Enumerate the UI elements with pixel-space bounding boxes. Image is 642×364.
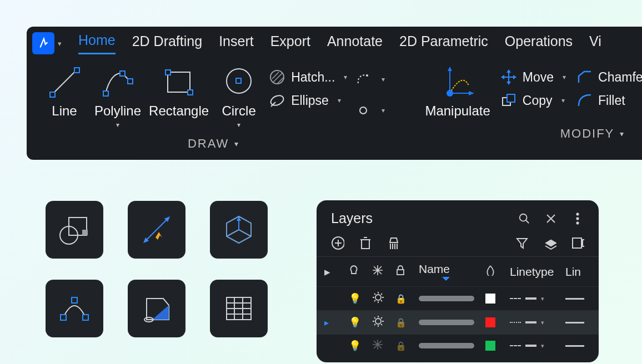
freeze-icon[interactable] <box>372 339 395 352</box>
svg-rect-1 <box>50 92 55 97</box>
section-label-draw[interactable]: DRAW ▾ <box>42 129 385 152</box>
chevron-down-icon[interactable]: ▾ <box>237 121 240 129</box>
tool-point[interactable]: ▾ <box>355 102 385 119</box>
chevron-down-icon[interactable]: ▾ <box>344 73 347 81</box>
layer-name-placeholder <box>419 296 474 301</box>
lineweight-cell[interactable] <box>565 345 584 347</box>
tool-label: Polyline <box>94 103 141 119</box>
linetype-cell[interactable]: ▾ <box>510 319 565 326</box>
sun-icon[interactable] <box>372 291 395 306</box>
tool-chamfer[interactable]: Chamfer <box>576 69 642 85</box>
layer-row[interactable]: ▸ 💡 🔒 ▾ <box>317 310 599 334</box>
chevron-down-icon[interactable]: ▾ <box>561 97 565 104</box>
tool-label: Copy <box>523 93 553 108</box>
section-label-modify[interactable]: MODIFY ▾ <box>425 119 642 142</box>
svg-rect-27 <box>72 297 77 303</box>
layer-name-placeholder <box>419 343 474 348</box>
bulb-icon[interactable]: 💡 <box>349 340 372 352</box>
svg-point-54 <box>375 318 381 324</box>
layer-row[interactable]: 💡 🔒 ▾ <box>317 334 599 357</box>
menu-tab-operations[interactable]: Operations <box>505 33 573 54</box>
app-menu[interactable]: ▾ <box>32 32 62 54</box>
menu-tab-view[interactable]: Vi <box>589 33 601 54</box>
svg-point-14 <box>360 107 367 114</box>
chevron-down-icon[interactable]: ▾ <box>116 121 119 129</box>
lock-header-icon[interactable] <box>395 265 419 279</box>
filter-icon[interactable] <box>515 236 529 250</box>
tool-manipulate[interactable]: Manipulate <box>425 64 490 119</box>
linetype-cell[interactable]: ▾ <box>510 295 565 302</box>
svg-rect-10 <box>236 78 241 83</box>
svg-rect-19 <box>507 94 515 102</box>
layers-panel: Layers ▸ Name Linetype Lin 💡 🔒 <box>317 200 599 362</box>
delete-icon[interactable] <box>359 236 372 250</box>
tool-ellipse[interactable]: Ellipse ▾ <box>269 92 347 109</box>
shape-combine-icon[interactable] <box>46 201 103 259</box>
search-icon[interactable] <box>518 212 531 225</box>
bulb-icon[interactable]: 💡 <box>349 316 372 328</box>
menu-tab-insert[interactable]: Insert <box>219 33 254 54</box>
chevron-down-icon[interactable]: ▾ <box>563 73 566 81</box>
bulb-icon[interactable]: 💡 <box>349 292 372 305</box>
lineweight-cell[interactable] <box>565 322 584 323</box>
column-name[interactable]: Name <box>419 262 485 281</box>
cube-3d-icon[interactable] <box>210 201 268 259</box>
sort-indicator-icon <box>442 277 450 281</box>
linetype-cell[interactable]: ▾ <box>510 342 565 350</box>
color-swatch[interactable] <box>485 294 495 304</box>
rectangle-icon <box>161 64 197 100</box>
menu-tab-export[interactable]: Export <box>270 33 310 54</box>
sun-icon[interactable] <box>372 315 395 330</box>
tool-rectangle[interactable]: Rectangle <box>149 64 209 119</box>
freeze-header-icon[interactable] <box>372 265 395 279</box>
svg-line-0 <box>52 70 77 94</box>
settings-column-icon[interactable] <box>571 236 584 250</box>
tool-line[interactable]: Line <box>42 64 87 119</box>
chevron-down-icon[interactable]: ▾ <box>382 107 385 114</box>
column-lineweight[interactable]: Lin <box>565 265 599 279</box>
color-swatch[interactable] <box>485 341 495 351</box>
menu-bar: ▾ Home 2D Drafting Insert Export Annotat… <box>27 27 642 54</box>
color-swatch[interactable] <box>485 317 495 327</box>
tool-move[interactable]: Move ▾ <box>500 69 566 85</box>
tool-arc[interactable]: ▾ <box>355 71 385 88</box>
panel-title: Layers <box>331 210 373 226</box>
svg-rect-42 <box>573 238 581 248</box>
tool-circle[interactable]: Circle ▾ <box>217 64 261 129</box>
svg-line-36 <box>526 220 529 223</box>
dimension-arrow-icon[interactable] <box>128 201 185 259</box>
expand-all-icon[interactable]: ▸ <box>324 265 349 279</box>
column-linetype[interactable]: Linetype <box>510 265 565 279</box>
menu-tab-2d-drafting[interactable]: 2D Drafting <box>132 33 202 54</box>
arc-polyline-icon[interactable] <box>46 280 103 337</box>
chevron-down-icon[interactable]: ▾ <box>338 97 341 104</box>
more-icon[interactable] <box>571 212 584 225</box>
hatch-icon <box>269 69 285 85</box>
tool-copy[interactable]: Copy ▾ <box>500 92 566 109</box>
add-layer-icon[interactable] <box>331 236 344 250</box>
tool-polyline[interactable]: Polyline ▾ <box>94 64 141 129</box>
chevron-down-icon: ▾ <box>58 39 62 48</box>
tool-hatch[interactable]: Hatch... ▾ <box>269 69 347 85</box>
menu-tab-annotate[interactable]: Annotate <box>327 33 383 54</box>
bulb-header-icon[interactable] <box>349 265 372 279</box>
chevron-down-icon[interactable]: ▾ <box>382 75 385 83</box>
close-icon[interactable] <box>544 212 558 225</box>
lock-icon[interactable]: 🔒 <box>395 317 419 328</box>
svg-point-38 <box>576 217 579 219</box>
lineweight-cell[interactable] <box>565 298 584 300</box>
menu-tab-2d-parametric[interactable]: 2D Parametric <box>399 33 488 54</box>
svg-line-60 <box>381 324 382 325</box>
sheet-fill-icon[interactable] <box>128 280 185 337</box>
lock-icon[interactable]: 🔒 <box>395 294 419 304</box>
layer-states-icon[interactable] <box>543 236 556 250</box>
svg-rect-22 <box>82 230 88 235</box>
tool-fillet[interactable]: Fillet <box>576 92 642 109</box>
menu-tab-home[interactable]: Home <box>78 32 116 54</box>
purge-icon[interactable] <box>387 236 400 250</box>
color-header-icon[interactable] <box>485 265 510 279</box>
table-grid-icon[interactable] <box>210 280 268 337</box>
layer-row[interactable]: 💡 🔒 ▾ <box>317 286 599 310</box>
tool-label: Chamfer <box>598 70 642 85</box>
lock-icon[interactable]: 🔒 <box>395 341 419 351</box>
